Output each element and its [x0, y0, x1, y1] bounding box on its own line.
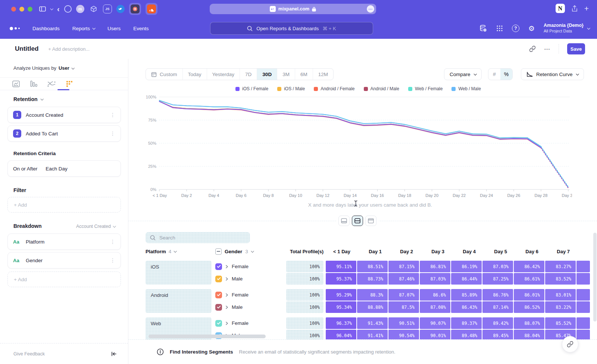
- analyze-entity-select[interactable]: User: [59, 65, 69, 71]
- retention-cell[interactable]: 96.37%: [326, 317, 356, 329]
- tab-favicon-record[interactable]: [129, 3, 141, 15]
- retention-cell[interactable]: 87.46%: [388, 273, 419, 285]
- split-view-button[interactable]: [352, 216, 363, 226]
- range-yesterday[interactable]: Yesterday: [207, 69, 240, 80]
- retention-cell-clipped[interactable]: [576, 289, 590, 301]
- tab-favicon-m[interactable]: m: [76, 5, 84, 13]
- retention-section-header[interactable]: Retention: [13, 96, 43, 102]
- breakdown-scope-select[interactable]: Account Created: [76, 224, 115, 229]
- minimize-window-button[interactable]: [19, 7, 24, 12]
- address-bar[interactable]: mixpanel.com ⋯: [210, 4, 376, 14]
- retention-cell[interactable]: 87.15%: [388, 261, 419, 272]
- range-6m[interactable]: 6M: [295, 69, 313, 80]
- add-filter-button[interactable]: + Add: [7, 197, 121, 213]
- retention-cell-clipped[interactable]: [576, 261, 590, 272]
- nav-item-events[interactable]: Events: [133, 26, 149, 31]
- breakdown-gender[interactable]: Aa Gender ⋮: [7, 252, 121, 269]
- nav-item-users[interactable]: Users: [107, 26, 121, 31]
- range-3m[interactable]: 3M: [277, 69, 295, 80]
- segment-checkbox[interactable]: [215, 276, 222, 282]
- retention-cell[interactable]: 83.01%: [545, 289, 576, 301]
- range-today[interactable]: Today: [183, 69, 207, 80]
- tab-favicon-js[interactable]: JS: [103, 4, 112, 13]
- day-column-header[interactable]: Day 7: [544, 249, 574, 254]
- retention-cell[interactable]: 86.43%: [451, 301, 482, 313]
- series-line[interactable]: [159, 101, 541, 147]
- apps-grid-icon[interactable]: [496, 25, 503, 32]
- unit-number[interactable]: #: [488, 69, 500, 80]
- step-event-name[interactable]: Account Created: [26, 112, 63, 118]
- retention-cell[interactable]: 91.43%: [357, 317, 388, 329]
- report-title[interactable]: Untitled: [15, 45, 38, 53]
- retention-cell[interactable]: 83.52%: [545, 273, 576, 285]
- legend-item[interactable]: Web / Female: [408, 86, 443, 91]
- kebab-menu-icon[interactable]: ⋮: [110, 239, 115, 245]
- day-column-header[interactable]: Day 4: [450, 249, 480, 254]
- retention-cell[interactable]: 90.07%: [420, 317, 450, 329]
- day-column-header[interactable]: < 1 Day: [324, 249, 355, 254]
- horizontal-scrollbar[interactable]: [149, 335, 266, 338]
- help-icon[interactable]: ?: [512, 25, 519, 32]
- expand-row-icon[interactable]: [225, 321, 228, 325]
- retention-cell[interactable]: 83.22%: [545, 301, 576, 313]
- series-line[interactable]: [159, 101, 541, 148]
- share-icon[interactable]: [572, 5, 578, 12]
- retention-cell[interactable]: 88.73%: [357, 273, 388, 285]
- retention-chart[interactable]: 0%25%50%75%100%< 1 DayDay 2Day 4Day 6Day…: [143, 92, 572, 199]
- retention-cell[interactable]: 86.19%: [451, 261, 482, 272]
- settings-gear-icon[interactable]: ⚙: [528, 24, 535, 32]
- save-button[interactable]: Save: [567, 43, 585, 54]
- step-event-name[interactable]: Added To Cart: [26, 131, 58, 136]
- retention-cell-clipped[interactable]: [576, 317, 590, 329]
- vertical-scrollbar[interactable]: [593, 233, 597, 321]
- chevron-down-icon[interactable]: [50, 8, 53, 10]
- series-line[interactable]: [159, 101, 541, 148]
- add-breakdown-button[interactable]: + Add: [7, 272, 121, 287]
- retention-cell[interactable]: 95.37%: [326, 273, 356, 285]
- legend-item[interactable]: iOS / Male: [277, 86, 305, 91]
- platform-cell[interactable]: Android: [146, 289, 212, 313]
- retention-cell[interactable]: 85.89%: [451, 289, 482, 301]
- collapse-sidebar-icon[interactable]: [111, 351, 117, 357]
- more-options-icon[interactable]: ⋯: [544, 46, 550, 53]
- back-icon[interactable]: ‹: [57, 5, 60, 13]
- retention-cell[interactable]: 88.07%: [514, 317, 544, 329]
- range-custom[interactable]: Custom: [146, 69, 183, 80]
- expand-row-icon[interactable]: [225, 305, 228, 309]
- zoom-window-button[interactable]: [28, 7, 32, 12]
- retention-cell[interactable]: 95.29%: [326, 289, 356, 301]
- retention-step-2[interactable]: 2 Added To Cart ⋮: [7, 125, 121, 142]
- series-line[interactable]: [159, 101, 541, 148]
- retention-cell-clipped[interactable]: [576, 301, 590, 313]
- expand-row-icon[interactable]: [225, 293, 228, 297]
- add-description-button[interactable]: + Add description...: [48, 46, 90, 52]
- retention-cell[interactable]: 86.6%: [420, 289, 450, 301]
- select-all-checkbox[interactable]: [215, 248, 222, 255]
- tab-retention[interactable]: [66, 80, 73, 88]
- close-window-button[interactable]: [11, 7, 16, 12]
- criteria-interval[interactable]: Each Day: [46, 166, 68, 172]
- share-link-fab[interactable]: [562, 336, 578, 352]
- tab-favicon-bird[interactable]: [116, 5, 125, 13]
- chart-type-select[interactable]: Retention Curve: [521, 68, 584, 80]
- retention-cell[interactable]: 83.27%: [545, 261, 576, 272]
- breakdown-property-name[interactable]: Platform: [26, 239, 44, 245]
- platform-column-header[interactable]: Platform4: [146, 249, 212, 254]
- retention-cell[interactable]: 95.11%: [326, 261, 356, 272]
- retention-cell[interactable]: 87.14%: [482, 301, 513, 313]
- gender-column-header[interactable]: Gender3: [215, 248, 282, 255]
- legend-item[interactable]: Web / Male: [451, 86, 481, 91]
- breakdown-platform[interactable]: Aa Platform ⋮: [7, 233, 121, 250]
- retention-cell[interactable]: 95.34%: [326, 301, 356, 313]
- retention-step-1[interactable]: 1 Account Created ⋮: [7, 107, 121, 123]
- chart-only-view-button[interactable]: [338, 216, 350, 226]
- retention-cell[interactable]: 89.42%: [482, 317, 513, 329]
- retention-cell[interactable]: 87.08%: [420, 301, 450, 313]
- retention-cell[interactable]: 87.25%: [482, 273, 513, 285]
- retention-cell[interactable]: 86.61%: [514, 273, 544, 285]
- segment-checkbox[interactable]: [215, 263, 222, 270]
- total-profiles-header[interactable]: Total Profile(s): [286, 249, 323, 254]
- retention-cell[interactable]: 87.03%: [420, 273, 450, 285]
- retention-cell[interactable]: 85.52%: [545, 317, 576, 329]
- tab-favicon-rings[interactable]: [64, 5, 72, 13]
